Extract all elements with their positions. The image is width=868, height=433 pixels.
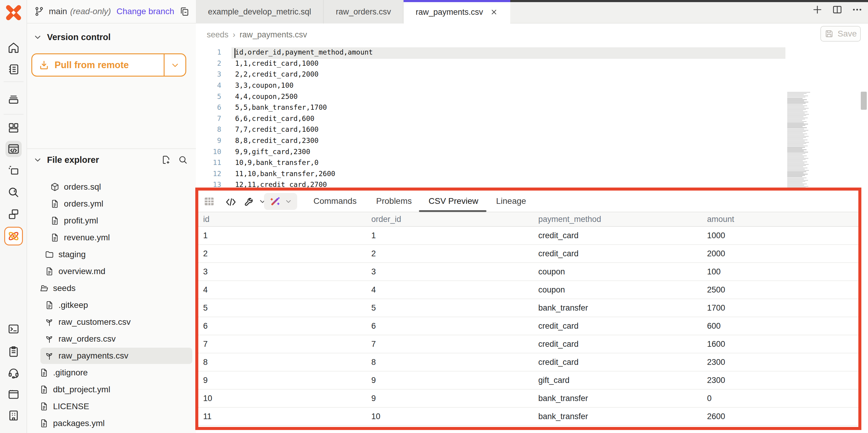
line-text: id,order_id,payment_method,amount [235,48,373,56]
line-number: 7 [196,115,221,122]
code-editor[interactable]: 1 id,order_id,payment_method,amount 2 1,… [196,46,868,191]
file-tree-item[interactable]: .gitkeep [27,297,196,314]
build-tools-button[interactable] [244,195,267,207]
git-branch-icon [34,6,44,17]
csv-table-row[interactable]: 7 7 credit_card 1600 [198,335,858,353]
file-explorer-header[interactable]: File explorer [27,153,196,167]
copy-branch-button[interactable] [179,6,190,17]
app-root: main (read-only) Change branch Version c… [0,0,868,433]
csv-column-header: id [203,215,371,224]
editor-tab-label: example_develop_metric.sql [208,7,311,17]
file-type-icon [50,182,60,192]
code-line: 4 3,3,coupon,100 [196,80,868,91]
csv-table-row[interactable]: 11 10 bank_transfer 2600 [198,408,858,426]
csv-table-row[interactable]: 2 2 credit_card 2000 [198,245,858,263]
home-button[interactable] [5,39,22,56]
cell-order-id: 7 [371,340,538,349]
split-editor-button[interactable] [831,4,843,16]
more-options-button[interactable] [851,4,863,16]
save-button[interactable]: Save [820,26,861,41]
terminal-icon [7,323,20,335]
csv-table-row[interactable]: 3 3 coupon 100 [198,263,858,281]
atom-icon [7,229,21,243]
docs-notebook-button[interactable] [5,61,22,78]
csv-table-row[interactable]: 4 4 coupon 2500 [198,281,858,299]
file-tree-item[interactable]: profit.yml [27,212,196,229]
browser-button[interactable] [5,386,22,403]
bottom-panel-tab[interactable]: CSV Preview [429,191,478,212]
line-number: 3 [196,70,221,78]
file-tree-item[interactable]: orders.yml [27,195,196,212]
ai-magic-wand-button[interactable] [264,193,297,210]
editor-scrollbar-thumb[interactable] [861,92,867,110]
organization-button[interactable] [5,407,22,424]
breadcrumb-folder[interactable]: seeds [207,30,228,39]
bottom-panel-tab-label: Lineage [496,196,526,206]
version-control-header[interactable]: Version control [27,30,196,44]
code-editor-button[interactable] [5,141,22,157]
file-tree-item[interactable]: .gitignore [27,364,196,381]
csv-table-row[interactable]: 6 6 credit_card 600 [198,317,858,335]
cell-order-id: 1 [371,231,538,240]
file-tree-item[interactable]: packages.yml [27,415,196,432]
breadcrumb: seeds › raw_payments.csv [207,24,307,46]
code-lines: 1 id,order_id,payment_method,amount 2 1,… [196,47,868,190]
cell-order-id: 4 [371,285,538,295]
bottom-panel-tab[interactable]: Commands [313,191,356,212]
csv-table-row[interactable]: 1 1 credit_card 1000 [198,227,858,245]
csv-table-row[interactable]: 8 8 credit_card 2300 [198,353,858,372]
clipboard-button[interactable] [5,343,22,360]
file-tree-item[interactable]: raw_customers.csv [27,314,196,330]
new-file-button[interactable] [161,155,171,165]
breadcrumb-row: seeds › raw_payments.csv Save [196,24,868,46]
terminal-button[interactable] [5,321,22,337]
data-search-button[interactable] [5,184,22,201]
activity-separator [4,114,24,115]
change-branch-link[interactable]: Change branch [117,7,174,16]
compiled-code-button[interactable] [225,196,237,208]
file-tree-item[interactable]: seeds [27,280,196,297]
file-type-icon [39,284,49,293]
editor-tab[interactable]: raw_payments.csv [404,0,510,24]
editor-tab[interactable]: example_develop_metric.sql [196,0,324,24]
pull-options-caret-button[interactable] [164,54,185,76]
new-tab-button[interactable] [811,4,824,16]
warehouse-stack-button[interactable] [5,91,22,108]
cell-order-id: 6 [371,321,538,331]
file-tree-item[interactable]: LICENSE [27,398,196,415]
file-tree-item[interactable]: staging [27,246,196,263]
file-tree-item[interactable]: raw_orders.csv [27,330,196,347]
cell-order-id: 9 [371,394,538,403]
cell-id: 3 [203,267,371,277]
integration-atom-button[interactable] [4,227,23,246]
csv-table-row[interactable]: 10 9 bank_transfer 0 [198,389,858,408]
canvas-frame-button[interactable] [5,163,22,179]
csv-table-row[interactable]: 5 5 bank_transfer 1700 [198,299,858,317]
csv-table-row[interactable]: 9 9 gift_card 2300 [198,372,858,389]
cell-amount: 0 [707,394,858,403]
line-number: 8 [196,125,221,133]
cell-amount: 2300 [707,357,858,367]
csv-preview-header-row: idorder_idpayment_methodamount [198,212,858,227]
dashboards-button[interactable] [5,120,22,136]
file-type-icon [39,368,49,377]
results-table-button[interactable] [203,195,216,208]
pull-from-remote-button[interactable]: Pull from remote [32,54,164,76]
clipboard-icon [7,345,20,358]
file-tree-item[interactable]: orders.sql [27,178,196,195]
editor-tab[interactable]: raw_orders.csv [324,0,404,24]
file-tree-item[interactable]: revenue.yml [27,229,196,246]
apps-windows-button[interactable] [5,206,22,222]
file-tree-item[interactable]: dbt_project.yml [27,381,196,398]
cell-order-id: 3 [371,267,538,277]
search-files-button[interactable] [178,155,188,165]
file-name: orders.sql [64,182,101,192]
close-tab-button[interactable] [490,8,498,16]
home-icon [7,41,20,54]
file-tree-item[interactable]: overview.md [27,263,196,280]
file-tree-item[interactable]: raw_payments.csv [27,347,196,364]
file-name: revenue.yml [64,233,110,242]
support-headset-button[interactable] [5,365,22,381]
bottom-panel-tab[interactable]: Problems [376,191,412,212]
bottom-panel-tab[interactable]: Lineage [496,191,526,212]
